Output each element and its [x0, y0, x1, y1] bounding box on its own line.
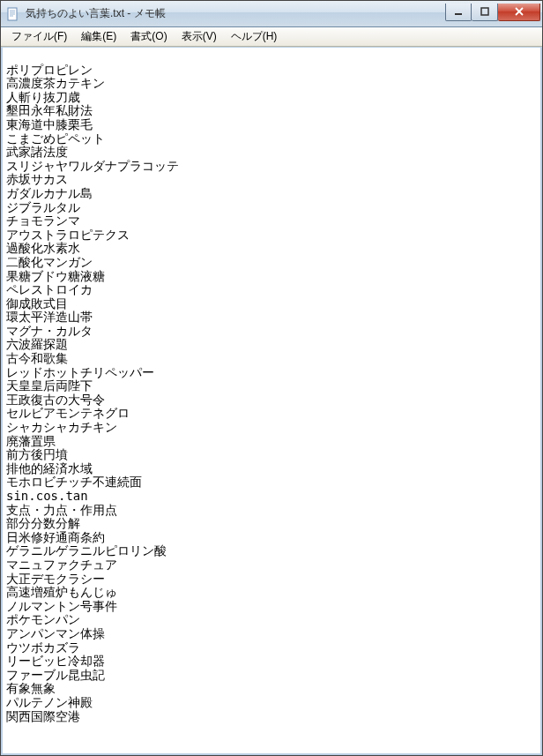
text-editor[interactable]: ポリプロピレン 高濃度茶カテキン 人斬り抜刀歳 墾田永年私財法 東海道中膝栗毛 … — [3, 48, 540, 753]
menubar: ファイル(F) 編集(E) 書式(O) 表示(V) ヘルプ(H) — [1, 27, 542, 47]
svg-rect-6 — [481, 8, 488, 15]
notepad-icon — [6, 7, 20, 21]
window-title: 気持ちのよい言葉.txt - メモ帳 — [26, 6, 445, 21]
close-button[interactable] — [498, 4, 540, 21]
menu-view[interactable]: 表示(V) — [175, 27, 224, 46]
menu-edit[interactable]: 編集(E) — [74, 27, 123, 46]
titlebar[interactable]: 気持ちのよい言葉.txt - メモ帳 — [1, 1, 542, 27]
client-area: ポリプロピレン 高濃度茶カテキン 人斬り抜刀歳 墾田永年私財法 東海道中膝栗毛 … — [1, 47, 542, 755]
window-control-buttons — [445, 4, 542, 21]
menu-file[interactable]: ファイル(F) — [4, 27, 74, 46]
menu-format[interactable]: 書式(O) — [123, 27, 174, 46]
maximize-button[interactable] — [472, 4, 498, 21]
minimize-button[interactable] — [445, 4, 472, 21]
minimize-icon — [454, 7, 463, 16]
close-icon — [514, 7, 524, 16]
maximize-icon — [480, 7, 489, 16]
notepad-window: 気持ちのよい言葉.txt - メモ帳 ファイル(F) 編集(E) 書式(O) 表… — [0, 0, 543, 756]
svg-rect-5 — [455, 13, 462, 15]
menu-help[interactable]: ヘルプ(H) — [224, 27, 285, 46]
